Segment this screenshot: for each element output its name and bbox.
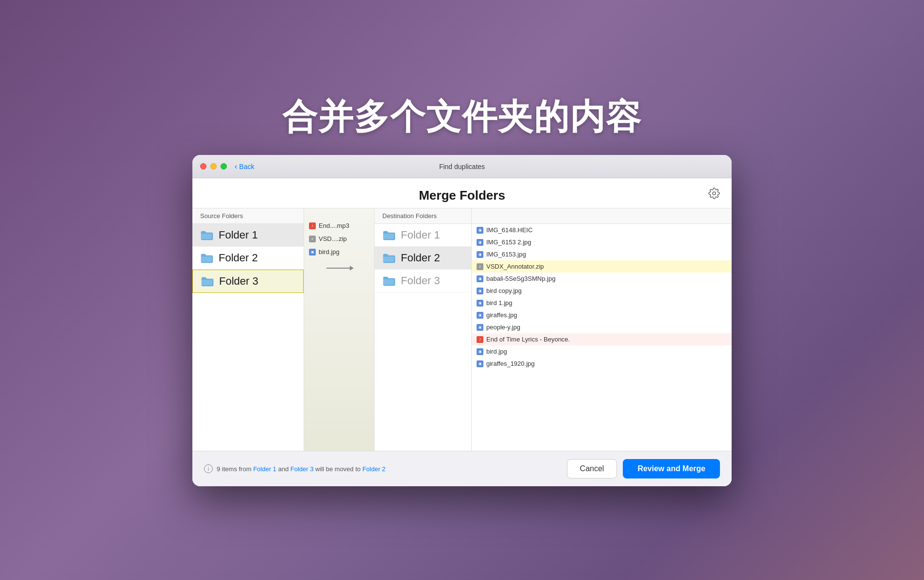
dest-file-9-name: people-y.jpg [486, 324, 520, 331]
img-file-icon: ▣ [477, 239, 483, 246]
window-title: Find duplicates [439, 163, 485, 171]
source-folders-column: Source Folders Folder 1 Folder 2 [192, 208, 304, 451]
dest-file-5: ▣ babali-5SeSg3SMNp.jpg [472, 273, 732, 285]
destination-files-column: ▣ IMG_6148.HEIC ▣ IMG_6153 2.jpg ▣ IMG_6… [472, 208, 732, 451]
dest-file-4: z VSDX_Annotator.zip [472, 260, 732, 273]
cancel-button[interactable]: Cancel [567, 459, 617, 478]
traffic-lights [200, 163, 227, 170]
footer-folder1-link[interactable]: Folder 1 [253, 465, 276, 473]
footer: i 9 items from Folder 1 and Folder 3 wil… [192, 451, 732, 486]
zip-file-icon: z [477, 263, 483, 270]
footer-mid: and [276, 465, 291, 473]
dest-folder-3-name: Folder 3 [401, 274, 440, 287]
svg-rect-3 [202, 280, 212, 285]
minimize-button[interactable] [210, 163, 217, 170]
dest-folder-2-name: Folder 2 [401, 252, 440, 264]
svg-rect-7 [383, 256, 394, 262]
source-folder-1[interactable]: Folder 1 [192, 224, 304, 247]
dest-file-3-name: IMG_6153.jpg [486, 251, 526, 258]
dest-file-5-name: babali-5SeSg3SMNp.jpg [486, 275, 555, 282]
dest-folder-1[interactable]: Folder 1 [375, 224, 471, 247]
middle-file-2-name: VSD....zip [319, 235, 347, 242]
columns-area: Source Folders Folder 1 Folder 2 [192, 208, 732, 451]
img-icon: ▣ [309, 249, 316, 256]
footer-buttons: Cancel Review and Merge [567, 459, 720, 478]
folder-icon [382, 275, 396, 287]
dest-file-2: ▣ IMG_6153 2.jpg [472, 236, 732, 248]
img-file-icon: ▣ [477, 300, 483, 307]
svg-rect-8 [383, 279, 394, 285]
dest-file-7-name: bird 1.jpg [486, 299, 512, 307]
source-folder-1-name: Folder 1 [219, 229, 258, 241]
chevron-left-icon: ‹ [235, 162, 237, 171]
maximize-button[interactable] [221, 163, 227, 170]
source-folder-3-name: Folder 3 [219, 275, 258, 288]
mp3-file-icon: ♪ [477, 336, 483, 343]
dest-file-3: ▣ IMG_6153.jpg [472, 248, 732, 260]
svg-marker-5 [350, 266, 354, 271]
img-file-icon: ▣ [477, 288, 483, 294]
review-merge-button[interactable]: Review and Merge [623, 459, 720, 478]
img-file-icon: ▣ [477, 275, 483, 282]
mp3-icon: ♪ [309, 222, 316, 229]
main-content: Merge Folders Source Folders Folder 1 [192, 178, 732, 486]
zip-icon: z [309, 236, 316, 242]
dest-file-12-name: giraffes_1920.jpg [486, 360, 535, 367]
footer-folder2-link[interactable]: Folder 2 [362, 465, 386, 473]
middle-file-2: z VSD....zip [304, 232, 374, 245]
dest-file-4-name: VSDX_Annotator.zip [486, 263, 544, 270]
img-file-icon: ▣ [477, 251, 483, 258]
dest-file-1: ▣ IMG_6148.HEIC [472, 224, 732, 236]
svg-rect-6 [383, 234, 394, 239]
folder-icon [201, 275, 214, 287]
dest-file-7: ▣ bird 1.jpg [472, 297, 732, 309]
middle-column: ♪ End....mp3 z VSD....zip ▣ bird.jpg [304, 208, 375, 451]
dest-folder-2[interactable]: Folder 2 [375, 247, 471, 270]
info-icon: i [204, 464, 213, 473]
back-label: Back [239, 163, 254, 171]
dest-file-10: ♪ End of Time Lyrics - Beyonce. [472, 333, 732, 345]
folder-icon [382, 229, 396, 241]
dest-header: Destination Folders [375, 208, 471, 224]
source-folder-2[interactable]: Folder 2 [192, 247, 304, 270]
dest-file-2-name: IMG_6153 2.jpg [486, 239, 531, 246]
middle-file-3: ▣ bird.jpg [304, 245, 374, 258]
app-window: ‹ Back Find duplicates Merge Folders Sou… [192, 155, 732, 486]
svg-point-0 [713, 192, 716, 195]
dest-file-11: ▣ bird.jpg [472, 345, 732, 358]
dest-file-6: ▣ bird copy.jpg [472, 285, 732, 297]
titlebar: ‹ Back Find duplicates [192, 155, 732, 178]
page-title: 合并多个文件夹的内容 [282, 94, 642, 140]
img-file-icon: ▣ [477, 227, 483, 234]
source-folder-2-name: Folder 2 [219, 252, 258, 264]
close-button[interactable] [200, 163, 206, 170]
dest-file-6-name: bird copy.jpg [486, 287, 522, 294]
middle-file-1: ♪ End....mp3 [304, 219, 374, 232]
dest-folder-3[interactable]: Folder 3 [375, 270, 471, 292]
source-folder-3[interactable]: Folder 3 [192, 270, 304, 293]
svg-rect-1 [201, 234, 212, 239]
img-file-icon: ▣ [477, 348, 483, 355]
img-file-icon: ▣ [477, 312, 483, 319]
dest-file-1-name: IMG_6148.HEIC [486, 226, 532, 234]
middle-file-3-name: bird.jpg [319, 248, 340, 256]
dest-file-8-name: giraffes.jpg [486, 311, 517, 319]
footer-text: 9 items from Folder 1 and Folder 3 will … [217, 465, 386, 473]
folder-icon [382, 252, 396, 264]
settings-icon[interactable] [708, 188, 720, 199]
footer-suf: will be moved to [313, 465, 362, 473]
merge-title: Merge Folders [419, 188, 505, 203]
source-header: Source Folders [192, 208, 304, 224]
footer-pre: 9 items from [217, 465, 253, 473]
dest-file-12: ▣ giraffes_1920.jpg [472, 358, 732, 370]
folder-icon [200, 229, 214, 241]
dest-file-11-name: bird.jpg [486, 348, 507, 355]
middle-file-1-name: End....mp3 [319, 222, 349, 229]
footer-info: i 9 items from Folder 1 and Folder 3 wil… [204, 464, 386, 473]
footer-folder3-link[interactable]: Folder 3 [291, 465, 314, 473]
merge-header: Merge Folders [192, 178, 732, 208]
dest-file-8: ▣ giraffes.jpg [472, 309, 732, 321]
img-file-icon: ▣ [477, 324, 483, 331]
dest-file-9: ▣ people-y.jpg [472, 321, 732, 333]
back-button[interactable]: ‹ Back [235, 162, 254, 171]
